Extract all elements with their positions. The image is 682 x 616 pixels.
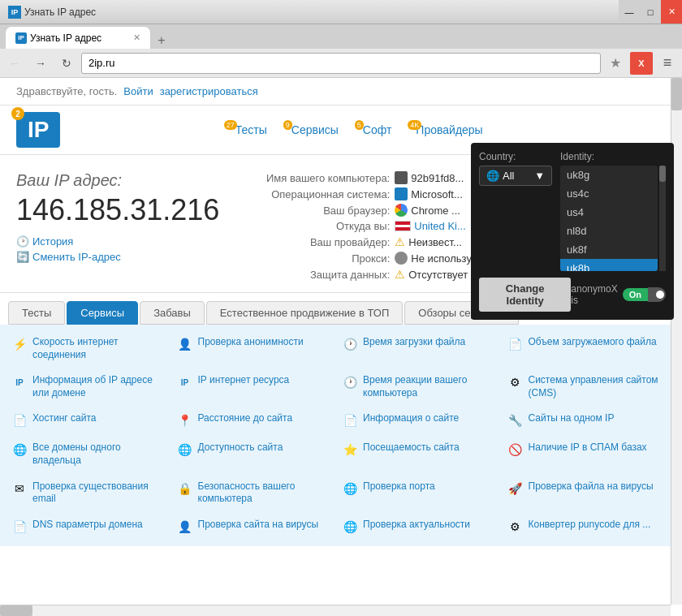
list-item: 🚀 Проверка файла на вирусы bbox=[504, 477, 663, 509]
scrollbar-thumb[interactable] bbox=[671, 78, 682, 110]
vpn-identity-panel: uk8g us4c us4 nl8d uk8f uk8b bbox=[560, 166, 666, 271]
horizontal-scrollbar[interactable] bbox=[0, 605, 671, 616]
service-link-22[interactable]: Проверка актуальности bbox=[363, 519, 470, 532]
service-link-13[interactable]: Доступность сайта bbox=[198, 442, 283, 454]
window-controls: — □ ✕ bbox=[619, 0, 682, 24]
identity-item-3[interactable]: nl8d bbox=[560, 222, 658, 240]
toggle-switch[interactable] bbox=[648, 287, 666, 302]
reload-button[interactable]: ↻ bbox=[55, 52, 78, 75]
tab-title: Узнать IP адрес bbox=[30, 32, 128, 44]
tab-close-button[interactable]: ✕ bbox=[133, 32, 140, 43]
list-item: 📄 Объем загружаемого файла bbox=[504, 333, 663, 364]
list-item: IP IP интернет ресурса bbox=[174, 371, 333, 403]
history-link[interactable]: 🕑 История bbox=[16, 235, 219, 248]
tab-favicon: IP bbox=[15, 32, 27, 44]
toggle-container[interactable]: On bbox=[623, 287, 666, 302]
service-link-12[interactable]: Все домены одного владельца bbox=[32, 442, 164, 467]
change-ip-link[interactable]: 🔄 Сменить IP-адрес bbox=[16, 251, 219, 263]
identity-item-5[interactable]: uk8b bbox=[560, 259, 658, 271]
service-link-1[interactable]: Проверка анонимности bbox=[198, 336, 304, 349]
service-link-0[interactable]: Скорость интернет соединения bbox=[32, 336, 164, 361]
list-item: 📄 DNS параметры домена bbox=[8, 515, 167, 538]
list-item: 🚫 Наличие IP в СПАМ базах bbox=[504, 438, 663, 470]
minimize-button[interactable]: — bbox=[619, 0, 640, 24]
register-link[interactable]: зарегистрироваться bbox=[160, 85, 258, 97]
service-link-17[interactable]: Безопасность вашего компьютера bbox=[198, 480, 330, 506]
service-link-18[interactable]: Проверка порта bbox=[363, 480, 435, 493]
ip-info-value-isp: ⚠ Неизвест... bbox=[395, 235, 462, 248]
nav-soft[interactable]: 5 Софт bbox=[363, 123, 392, 136]
maximize-button[interactable]: □ bbox=[640, 0, 661, 24]
identity-item-2[interactable]: us4 bbox=[560, 203, 658, 222]
vpn-country-section: Country: 🌐 All ▼ bbox=[479, 151, 552, 271]
service-link-5[interactable]: IP интернет ресурса bbox=[198, 374, 290, 387]
bookmark-star-icon[interactable]: ★ bbox=[604, 52, 627, 75]
isp-warning-icon: ⚠ bbox=[395, 235, 405, 248]
nav-tests[interactable]: 27 Тесты bbox=[235, 123, 267, 136]
service-link-9[interactable]: Расстояние до сайта bbox=[198, 412, 293, 425]
service-link-10[interactable]: Информация о сайте bbox=[363, 412, 459, 425]
nav-services[interactable]: 9 Сервисы bbox=[291, 123, 339, 136]
title-bar: IP Узнать IP адрес — □ ✕ bbox=[0, 0, 682, 24]
list-item: 📄 Информация о сайте bbox=[339, 409, 498, 432]
service-link-7[interactable]: Система управления сайтом (CMS) bbox=[529, 374, 660, 399]
chrome-icon bbox=[395, 204, 408, 217]
service-link-21[interactable]: Проверка сайта на вирусы bbox=[198, 519, 319, 532]
service-icon-20: 📄 bbox=[11, 519, 28, 535]
windows-icon bbox=[395, 187, 408, 200]
site-logo: 2 IP bbox=[16, 112, 63, 148]
service-link-4[interactable]: Информация об IP адресе или домене bbox=[32, 374, 164, 399]
new-tab-button[interactable]: + bbox=[151, 32, 172, 49]
list-item: 📍 Расстояние до сайта bbox=[174, 409, 333, 432]
scrollbar-h-thumb[interactable] bbox=[0, 605, 32, 616]
forward-button[interactable]: → bbox=[29, 52, 52, 75]
back-button[interactable]: ← bbox=[3, 52, 26, 75]
list-item: 🌐 Все домены одного владельца bbox=[8, 438, 167, 470]
identity-item-4[interactable]: uk8f bbox=[560, 240, 658, 259]
service-link-16[interactable]: Проверка существования email bbox=[32, 480, 164, 506]
tab-tests[interactable]: Тесты bbox=[8, 301, 65, 325]
service-link-11[interactable]: Сайты на одном IP bbox=[529, 412, 615, 425]
country-value: All bbox=[503, 170, 514, 182]
tab-services[interactable]: Сервисы bbox=[67, 301, 138, 325]
service-link-23[interactable]: Конвертер punycode для ... bbox=[529, 519, 651, 532]
browser-tab[interactable]: IP Узнать IP адрес ✕ bbox=[5, 26, 151, 49]
service-icon-18: 🌐 bbox=[342, 480, 358, 497]
login-link[interactable]: Войти bbox=[123, 85, 153, 97]
address-bar[interactable] bbox=[81, 53, 601, 74]
service-link-20[interactable]: DNS параметры домена bbox=[32, 519, 143, 532]
vpn-popup: Country: 🌐 All ▼ Identity: uk8g us4c us4 bbox=[471, 143, 674, 320]
list-item: 🌐 Проверка порта bbox=[339, 477, 498, 509]
identity-item-0[interactable]: uk8g bbox=[560, 166, 658, 184]
browser-favicon: IP bbox=[8, 6, 21, 19]
service-icon-5: IP bbox=[177, 374, 193, 390]
close-button[interactable]: ✕ bbox=[661, 0, 682, 24]
vpn-x-button[interactable]: X bbox=[630, 52, 653, 75]
service-link-3[interactable]: Объем загружаемого файла bbox=[529, 336, 657, 349]
change-ip-icon: 🔄 bbox=[16, 251, 29, 263]
browser-window: IP Узнать IP адрес — □ ✕ IP Узнать IP ад… bbox=[0, 0, 682, 616]
tab-fun[interactable]: Забавы bbox=[140, 301, 205, 325]
identity-list-scrollbar-thumb[interactable] bbox=[659, 166, 666, 182]
service-link-14[interactable]: Посещаемость сайта bbox=[363, 442, 460, 454]
service-link-19[interactable]: Проверка файла на вирусы bbox=[529, 480, 654, 493]
identity-item-1[interactable]: us4c bbox=[560, 184, 658, 203]
service-icon-0: ⚡ bbox=[11, 336, 28, 352]
location-link[interactable]: United Ki... bbox=[414, 220, 466, 232]
service-icon-19: 🚀 bbox=[507, 480, 524, 497]
change-identity-button[interactable]: Change Identity bbox=[479, 278, 571, 312]
country-select[interactable]: 🌐 All ▼ bbox=[479, 166, 552, 186]
service-icon-21: 👤 bbox=[177, 519, 193, 535]
nav-providers[interactable]: 4K Провайдеры bbox=[416, 123, 482, 136]
service-link-6[interactable]: Время реакции вашего компьютера bbox=[363, 374, 494, 399]
proxy-icon bbox=[395, 252, 408, 265]
ip-info-label-protection: Защита данных: bbox=[235, 269, 390, 281]
identity-list-scrollbar[interactable] bbox=[659, 166, 666, 271]
service-link-15[interactable]: Наличие IP в СПАМ базах bbox=[529, 442, 647, 454]
service-link-8[interactable]: Хостинг сайта bbox=[32, 412, 97, 425]
service-icon-23: ⚙ bbox=[507, 519, 524, 535]
list-item: ⚙ Конвертер punycode для ... bbox=[504, 515, 663, 538]
browser-menu-button[interactable]: ≡ bbox=[656, 52, 679, 75]
service-link-2[interactable]: Время загрузки файла bbox=[363, 336, 465, 349]
tab-seo[interactable]: Естественное продвижение в ТОП bbox=[206, 301, 403, 325]
